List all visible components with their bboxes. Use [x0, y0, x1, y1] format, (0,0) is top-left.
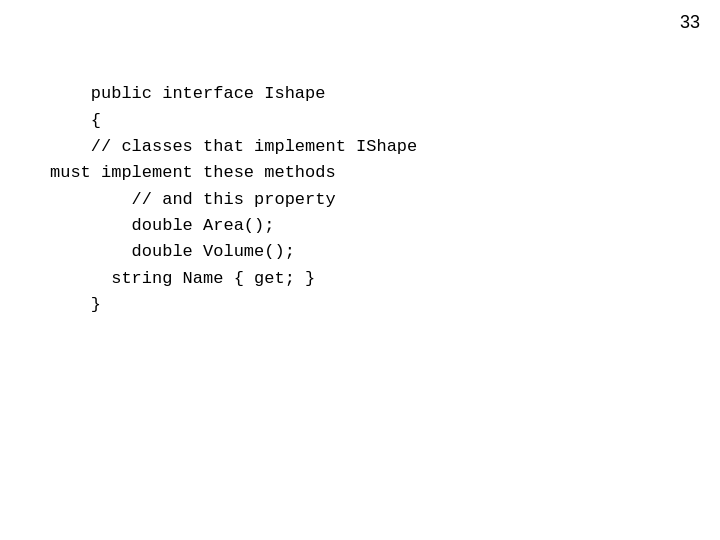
code-block: public interface Ishape { // classes tha… — [50, 55, 417, 318]
code-line: { — [50, 108, 417, 134]
slide-number: 33 — [680, 12, 700, 33]
code-line: string Name { get; } — [50, 266, 417, 292]
code-line: double Volume(); — [50, 239, 417, 265]
code-line: } — [50, 292, 417, 318]
code-line: double Area(); — [50, 213, 417, 239]
code-line: // and this property — [50, 187, 417, 213]
code-line: // classes that implement IShape — [50, 134, 417, 160]
code-line: public interface Ishape — [50, 81, 417, 107]
code-line: must implement these methods — [50, 160, 417, 186]
